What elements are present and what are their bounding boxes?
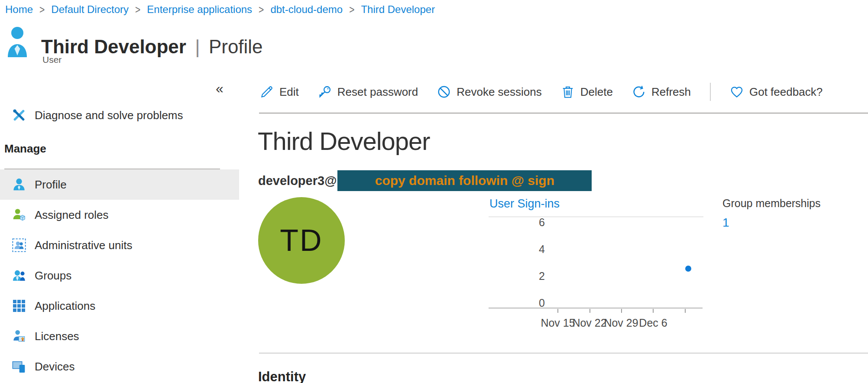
command-toolbar: Edit Reset password Revoke sessions Dele… [260, 81, 823, 103]
sidebar-item-label: Diagnose and solve problems [35, 109, 183, 122]
user-avatar-icon [7, 26, 28, 59]
sidebar-item-applications[interactable]: Applications [0, 291, 239, 321]
devices-icon [11, 359, 27, 374]
administrative-units-icon [11, 237, 27, 253]
sidebar-item-diagnose-and-solve-problems[interactable]: Diagnose and solve problems [0, 102, 239, 129]
page-title-name: Third Developer [41, 36, 186, 57]
breadcrumb-enterprise-applications[interactable]: Enterprise applications [147, 3, 252, 16]
sidebar-item-label: Assigned roles [35, 208, 109, 222]
breadcrumb-default-directory[interactable]: Default Directory [51, 3, 129, 16]
breadcrumb-separator-icon: > [39, 3, 45, 16]
x-axis-tick [685, 309, 686, 313]
sidebar-item-label: Devices [35, 360, 74, 373]
breadcrumb-dbt-cloud-demo[interactable]: dbt-cloud-demo [270, 3, 343, 16]
toolbar-divider [710, 83, 711, 101]
page-title: Third Developer | Profile [41, 36, 263, 58]
pencil-icon [260, 85, 274, 99]
refresh-button[interactable]: Refresh [632, 85, 691, 99]
refresh-icon [632, 85, 646, 99]
azure-user-profile-page: Home > Default Directory > Enterprise ap… [0, 0, 868, 383]
heart-icon [730, 85, 744, 99]
breadcrumb-third-developer[interactable]: Third Developer [361, 3, 435, 16]
sidebar-collapse-button[interactable]: « [216, 81, 223, 95]
got-feedback-button-label: Got feedback? [749, 85, 823, 99]
key-icon [318, 85, 332, 99]
sidebar-item-administrative-units[interactable]: Administrative units [0, 230, 239, 260]
avatar-initials: TD [280, 223, 323, 258]
domain-redaction-overlay: copy domain followin @ sign [337, 170, 592, 191]
group-memberships-count-link[interactable]: 1 [722, 216, 820, 230]
revoke-sessions-button-label: Revoke sessions [457, 85, 542, 99]
groups-icon [11, 268, 27, 283]
page-title-blade: Profile [209, 36, 263, 57]
x-axis-tick-label: Dec 6 [627, 317, 679, 329]
licenses-icon [11, 328, 27, 344]
trash-icon [561, 85, 575, 99]
reset-password-button-label: Reset password [337, 85, 418, 99]
delete-button[interactable]: Delete [561, 85, 613, 99]
sidebar-item-label: Administrative units [35, 239, 132, 252]
breadcrumb-separator-icon: > [349, 3, 354, 16]
edit-button-label: Edit [279, 85, 299, 99]
delete-button-label: Delete [580, 85, 613, 99]
sidebar-item-label: Profile [35, 178, 67, 192]
avatar: TD [258, 197, 345, 284]
sidebar-item-assigned-roles[interactable]: Assigned roles [0, 200, 239, 230]
page-subtitle: User [42, 55, 62, 65]
page-title-divider: | [191, 36, 203, 57]
breadcrumb: Home > Default Directory > Enterprise ap… [5, 2, 435, 17]
y-axis-tick-label: 6 [515, 216, 545, 229]
group-memberships-label: Group memberships [722, 197, 820, 210]
user-display-name: Third Developer [258, 127, 430, 156]
chart-title-link[interactable]: User Sign-ins [489, 197, 560, 211]
sign-ins-data-point [685, 266, 691, 272]
x-axis-line [489, 308, 703, 308]
x-axis-tick [653, 309, 654, 313]
sidebar: « Diagnose and solve problems Manage [0, 69, 240, 383]
y-axis-tick-label: 4 [515, 243, 545, 256]
sidebar-item-groups[interactable]: Groups [0, 260, 239, 291]
group-memberships: Group memberships 1 [722, 197, 820, 230]
breadcrumb-separator-icon: > [135, 3, 140, 16]
sidebar-item-label: Licenses [35, 330, 79, 343]
got-feedback-button[interactable]: Got feedback? [730, 85, 823, 99]
y-axis-tick-label: 2 [515, 270, 545, 282]
sidebar-item-devices[interactable]: Devices [0, 351, 239, 382]
user-icon [11, 177, 27, 192]
reset-password-button[interactable]: Reset password [318, 85, 418, 99]
diagnose-tools-icon [11, 107, 27, 123]
sidebar-item-profile[interactable]: Profile [0, 169, 239, 200]
block-icon [437, 85, 451, 99]
x-axis-tick [621, 309, 622, 313]
revoke-sessions-button[interactable]: Revoke sessions [437, 85, 542, 99]
user-principal-name-row: developer3@ copy domain followin @ sign [258, 170, 592, 192]
sidebar-item-label: Groups [35, 269, 71, 282]
domain-redaction-note: copy domain followin @ sign [375, 173, 554, 188]
breadcrumb-separator-icon: > [259, 3, 264, 16]
sidebar-section-manage: Manage [4, 142, 46, 156]
sidebar-item-label: Applications [35, 299, 95, 313]
refresh-button-label: Refresh [651, 85, 691, 99]
email-prefix: developer3@ [258, 174, 337, 188]
applications-icon [11, 298, 27, 314]
sidebar-item-licenses[interactable]: Licenses [0, 321, 239, 351]
identity-section-heading: Identity [258, 369, 306, 383]
toolbar-underline [259, 113, 868, 114]
assigned-roles-icon [11, 207, 27, 223]
x-axis-tick [557, 309, 558, 313]
edit-button[interactable]: Edit [260, 85, 299, 99]
breadcrumb-home[interactable]: Home [5, 3, 33, 16]
x-axis-tick [589, 309, 590, 313]
user-sign-ins-chart: User Sign-ins 6 4 2 0 Nov 15 Nov 22 Nov … [489, 197, 709, 336]
section-divider [259, 353, 868, 354]
